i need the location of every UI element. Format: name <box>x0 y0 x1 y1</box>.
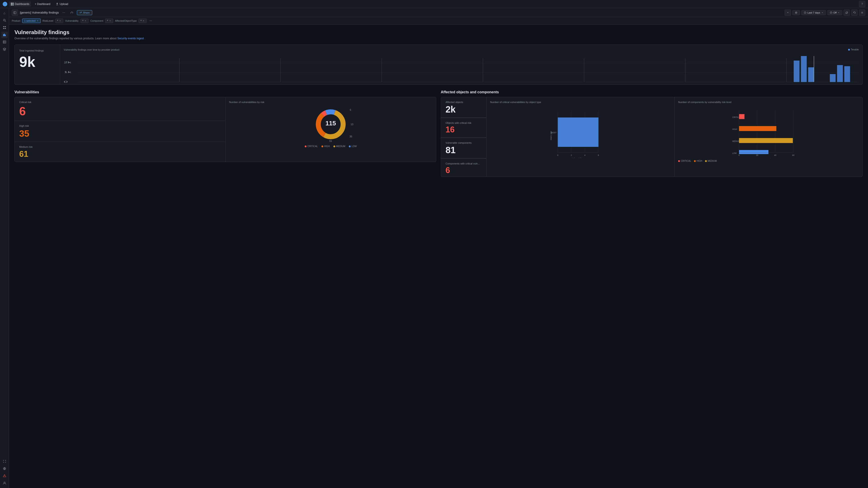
legend-low: LOW <box>349 145 357 148</box>
overview-row: Total ingested findings 9k Vulnerability… <box>14 44 863 85</box>
nav-add-dashboard[interactable]: + Dashboard <box>33 2 52 6</box>
sidebar-icon-grid[interactable] <box>1 24 8 31</box>
object-type-chart-card: Number of critical vulnerabilities by ob… <box>487 97 674 177</box>
donut-label-bottom-right: 35 <box>349 135 352 138</box>
svg-rect-2 <box>12 3 13 4</box>
legend-comp-medium: MEDIUM <box>705 160 717 162</box>
critical-components-stat: Components with critical vuln... 6 <box>441 159 486 177</box>
svg-text:60: 60 <box>792 154 794 156</box>
auto-refresh-selector[interactable]: Off <box>827 10 842 15</box>
svg-text:Vulnerabilities: Vulnerabilities <box>572 158 585 158</box>
svg-rect-7 <box>5 26 6 27</box>
svg-rect-3 <box>11 4 12 5</box>
content-area: [generic] Vulnerability findings ⋯ Share… <box>9 8 868 488</box>
kiosk-btn[interactable] <box>792 10 800 15</box>
sidebar-icon-warning[interactable] <box>1 473 8 479</box>
vulnerabilities-column: Vulnerabilities Critical risk 6 High ris… <box>14 90 436 178</box>
critical-objects-stat: Objects with critical risk 16 <box>441 118 486 138</box>
components-chart-legend: CRITICAL HIGH MEDIUM <box>678 160 859 162</box>
filter-bar: Product 1 selected RiskLevel * Vulnerabi… <box>9 17 868 25</box>
svg-text:2: 2 <box>571 154 572 156</box>
sidebar-icon-layers[interactable] <box>1 46 8 53</box>
svg-text:4: 4 <box>584 154 585 156</box>
donut-label-top: 6 <box>350 108 351 111</box>
risklevel-filter-select[interactable]: * <box>55 19 63 23</box>
sidebar: ⌂ <box>0 8 9 488</box>
affected-column: Affected objects and components Affected… <box>441 90 863 178</box>
critical-objects-label: Objects with critical risk <box>445 122 482 124</box>
affected-filter-label: AffectedObjectType <box>115 20 137 22</box>
vulnerability-filter-select[interactable]: * <box>81 19 89 23</box>
components-chart-card: Number of components by vulnerability ri… <box>675 97 862 177</box>
nav-dashboards[interactable]: Dashboards <box>9 2 31 6</box>
share-btn[interactable]: Share <box>77 10 92 15</box>
app-logo <box>3 2 7 6</box>
donut-chart-card: Number of vulnerabilities by risk <box>225 97 436 162</box>
security-events-link[interactable]: Security events ingest <box>117 37 144 40</box>
svg-text:0: 0 <box>557 154 558 156</box>
svg-rect-40 <box>808 67 814 82</box>
affected-filter-select[interactable]: * <box>138 19 147 23</box>
total-findings-value: 9k <box>19 55 55 69</box>
total-findings-card: Total ingested findings 9k <box>15 45 60 85</box>
help-icon-btn[interactable]: ? <box>859 1 865 7</box>
undo-btn[interactable] <box>851 9 858 16</box>
svg-rect-13 <box>4 34 5 36</box>
critical-risk-value: 6 <box>19 105 221 117</box>
dashboard-settings-btn[interactable] <box>859 9 865 16</box>
svg-rect-42 <box>837 65 843 82</box>
product-filter-select[interactable]: 1 selected <box>22 19 41 23</box>
svg-text:0: 0 <box>739 154 740 156</box>
panel-toggle-btn[interactable] <box>12 9 18 16</box>
risklevel-filter-label: RiskLevel <box>42 20 53 22</box>
medium-risk-value: 61 <box>19 150 221 158</box>
legend-comp-critical: CRITICAL <box>678 160 691 162</box>
filter-more-btn[interactable]: ⋯ <box>149 19 152 22</box>
add-panel-btn[interactable]: + <box>784 9 791 16</box>
cloud-sync-btn[interactable] <box>69 9 75 16</box>
sidebar-icon-user[interactable] <box>1 480 8 486</box>
vuln-affected-row: Vulnerabilities Critical risk 6 High ris… <box>14 90 863 178</box>
sidebar-icon-expand[interactable] <box>1 458 8 464</box>
vulnerable-components-label: Vulnerable components <box>445 141 482 144</box>
svg-rect-14 <box>5 35 6 36</box>
sidebar-icon-search[interactable] <box>1 17 8 24</box>
main-layout: ⌂ <box>0 8 868 488</box>
affected-objects-value: 2k <box>445 105 482 114</box>
dashboard-toolbar: [generic] Vulnerability findings ⋯ Share… <box>9 8 868 17</box>
sidebar-icon-chart[interactable] <box>1 32 8 38</box>
nav-upload[interactable]: Upload <box>54 2 70 6</box>
donut-chart-title: Number of vulnerabilities by risk <box>229 101 433 103</box>
svg-text:20: 20 <box>756 154 758 156</box>
legend-medium: MEDIUM <box>333 145 345 148</box>
svg-text:2k: 2k <box>64 61 71 64</box>
top-nav: Dashboards + Dashboard Upload ? <box>0 0 868 8</box>
time-series-chart-card: Vulnerability findings over time by prov… <box>60 45 862 85</box>
component-filter-label: Component <box>90 20 103 22</box>
svg-rect-19 <box>14 11 16 14</box>
more-options-btn[interactable]: ⋯ <box>61 9 67 16</box>
svg-point-24 <box>862 12 863 13</box>
svg-rect-8 <box>3 28 4 29</box>
critical-objects-value: 16 <box>445 126 482 134</box>
svg-rect-93 <box>739 150 769 154</box>
critical-risk-card: Critical risk 6 <box>15 97 225 121</box>
svg-rect-11 <box>4 28 5 29</box>
sidebar-icon-globe[interactable] <box>1 465 8 472</box>
svg-rect-87 <box>739 114 745 119</box>
toolbar-right-actions: + Last 7 days <box>784 9 865 16</box>
svg-rect-41 <box>830 74 836 82</box>
sidebar-icon-home[interactable]: ⌂ <box>1 10 8 16</box>
refresh-btn[interactable] <box>844 9 850 16</box>
affected-section-title: Affected objects and components <box>441 90 863 94</box>
svg-text:components: components <box>761 158 772 158</box>
critical-components-label: Components with critical vuln... <box>445 162 482 165</box>
legend-comp-high: HIGH <box>694 160 702 162</box>
svg-rect-43 <box>844 66 850 82</box>
component-filter-select[interactable]: * <box>105 19 113 23</box>
sidebar-icon-table[interactable] <box>1 39 8 45</box>
svg-text:HIGH: HIGH <box>733 128 737 130</box>
time-range-selector[interactable]: Last 7 days <box>801 10 826 15</box>
svg-rect-10 <box>4 26 5 27</box>
svg-text:MEDIUM: MEDIUM <box>733 140 740 142</box>
